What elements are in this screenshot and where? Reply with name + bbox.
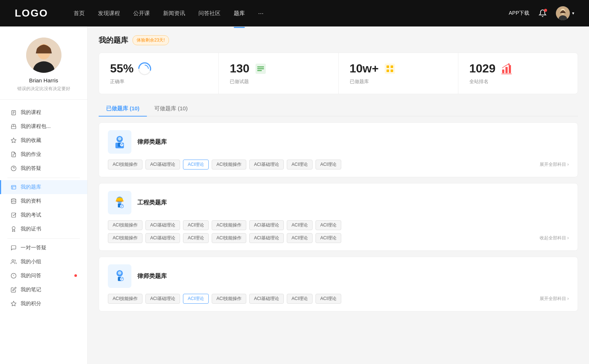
qbank-header-2: 律师类题库 [108, 264, 569, 288]
sidebar-label-qa: 我的答疑 [21, 165, 41, 172]
tag-2-3[interactable]: ACI技能操作 [212, 294, 246, 304]
sidebar-item-package[interactable]: 我的课程包... [0, 119, 87, 133]
page-title: 我的题库 [99, 35, 128, 45]
tag-1-5[interactable]: ACI理论 [287, 220, 313, 230]
tag-1-ex-4[interactable]: ACI基础理论 [249, 233, 284, 243]
tag-2-2[interactable]: ACI理论 [183, 294, 209, 304]
user-avatar-menu[interactable]: ▾ [556, 6, 574, 20]
sidebar-menu: 我的课程 我的课程包... 我的收藏 我的作业 [0, 103, 87, 313]
stat-rank-label: 全站排名 [469, 78, 567, 85]
notification-bell[interactable] [537, 7, 549, 19]
tag-1-4[interactable]: ACI基础理论 [249, 220, 284, 230]
nav-discover[interactable]: 发现课程 [98, 8, 120, 18]
sidebar-item-qa[interactable]: 我的答疑 [0, 161, 87, 175]
sidebar-item-points[interactable]: 我的积分 [0, 297, 87, 311]
sidebar-label-data: 我的资料 [21, 198, 41, 204]
tag-1-ex-3[interactable]: ACI技能操作 [212, 233, 246, 243]
tag-0-0[interactable]: ACI技能操作 [108, 160, 142, 169]
tag-2-4[interactable]: ACI基础理论 [249, 294, 284, 304]
sidebar-label-myqa: 我的问答 [21, 272, 41, 279]
oneone-icon [10, 245, 17, 251]
sidebar-item-cert[interactable]: 我的证书 [0, 222, 87, 236]
sidebar-item-favorites[interactable]: 我的收藏 [0, 133, 87, 147]
tag-0-6[interactable]: ACI理论 [315, 160, 341, 169]
stat-done-questions-label: 已做试题 [230, 78, 327, 85]
sidebar-item-data[interactable]: 我的资料 [0, 194, 87, 208]
sidebar-item-course[interactable]: 我的课程 [0, 106, 87, 119]
svg-point-23 [12, 260, 14, 261]
header: LOGO 首页 发现课程 公开课 新闻资讯 问答社区 题库 ··· APP下载 [0, 0, 589, 26]
tag-1-3[interactable]: ACI技能操作 [212, 220, 246, 230]
sidebar-item-group[interactable]: 我的小组 [0, 255, 87, 269]
tag-2-5[interactable]: ACI理论 [287, 294, 313, 304]
qbank-card-2: 律师类题库 ACI技能操作 ACI基础理论 ACI理论 ACI技能操作 ACI基… [99, 257, 578, 311]
tab-done[interactable]: 已做题库 (10) [99, 101, 147, 116]
stat-rank-value: 1029 [469, 62, 495, 75]
tag-0-1[interactable]: ACI基础理论 [145, 160, 180, 169]
package-icon [10, 123, 17, 130]
sidebar-item-homework[interactable]: 我的作业 [0, 147, 87, 161]
tag-1-1[interactable]: ACI基础理论 [145, 220, 180, 230]
stat-accuracy-value: 55% [110, 62, 134, 75]
app-download-btn[interactable]: APP下载 [509, 10, 529, 17]
sidebar-label-cert: 我的证书 [21, 226, 41, 232]
tag-1-6[interactable]: ACI理论 [315, 220, 341, 230]
sidebar-item-notes[interactable]: 我的笔记 [0, 283, 87, 297]
tag-1-0[interactable]: ACI技能操作 [108, 220, 142, 230]
svg-rect-38 [391, 69, 393, 72]
sidebar-item-exam[interactable]: 我的考试 [0, 208, 87, 222]
sidebar-divider-1 [7, 178, 80, 178]
sidebar-label-points: 我的积分 [21, 300, 41, 307]
tag-1-2[interactable]: ACI理论 [183, 220, 209, 230]
tag-2-1[interactable]: ACI基础理论 [145, 294, 180, 304]
svg-rect-39 [502, 69, 504, 73]
nav-home[interactable]: 首页 [74, 8, 85, 18]
trial-badge: 体验剩余23天! [133, 35, 169, 45]
nav-more[interactable]: ··· [258, 10, 264, 17]
collapse-link-1[interactable]: 收起全部科目 › [540, 235, 569, 241]
expand-link-0[interactable]: 展开全部科目 › [540, 161, 569, 168]
logo[interactable]: LOGO [15, 7, 52, 19]
tag-0-5[interactable]: ACI理论 [287, 160, 313, 169]
qbank-header-1: 工程类题库 [108, 191, 569, 214]
qbank-card-1: 工程类题库 ACI技能操作 ACI基础理论 ACI理论 ACI技能操作 ACI基… [99, 183, 578, 251]
sidebar-label-bank: 我的题库 [21, 184, 41, 190]
stat-done-banks-value: 10w+ [350, 62, 379, 75]
sidebar-item-bank[interactable]: 我的题库 [0, 180, 87, 194]
svg-point-22 [12, 226, 15, 229]
tag-2-6[interactable]: ACI理论 [315, 294, 341, 304]
sidebar-label-homework: 我的作业 [21, 151, 41, 158]
tag-1-ex-0[interactable]: ACI技能操作 [108, 233, 142, 243]
stats-row: 55% 正确率 130 [99, 53, 578, 94]
qbank-tags-1-row2: ACI技能操作 ACI基础理论 ACI理论 ACI技能操作 ACI基础理论 AC… [108, 233, 540, 243]
data-icon [10, 198, 17, 204]
nav-news[interactable]: 新闻资讯 [163, 8, 185, 18]
bank-icon [10, 184, 17, 190]
svg-marker-12 [11, 138, 16, 143]
nav-bank[interactable]: 题库 [234, 8, 245, 18]
stat-accuracy: 55% 正确率 [99, 53, 219, 94]
tag-1-ex-5[interactable]: ACI理论 [287, 233, 313, 243]
stat-done-questions-value: 130 [230, 62, 249, 75]
tag-2-0[interactable]: ACI技能操作 [108, 294, 142, 304]
svg-point-46 [118, 137, 121, 141]
tag-1-ex-6[interactable]: ACI理论 [315, 233, 341, 243]
tag-0-4[interactable]: ACI基础理论 [249, 160, 284, 169]
stat-done-banks-label: 已做题库 [350, 78, 447, 85]
qbank-card-0: 律师类题库 ACI技能操作 ACI基础理论 ACI理论 ACI技能操作 ACI基… [99, 122, 578, 177]
page-layout: Brian Harris 错误的决定比没有决定要好 我的课程 我的课程包... [0, 26, 589, 364]
nav-open-course[interactable]: 公开课 [133, 8, 150, 18]
tab-available[interactable]: 可做题库 (10) [147, 101, 195, 116]
sidebar-item-oneone[interactable]: 一对一答疑 [0, 241, 87, 255]
tag-0-2[interactable]: ACI理论 [183, 160, 209, 169]
nav-qa[interactable]: 问答社区 [198, 8, 221, 18]
qa-icon [10, 272, 17, 279]
lawyer-icon [112, 134, 127, 150]
expand-link-2[interactable]: 展开全部科目 › [540, 296, 569, 302]
tag-1-ex-1[interactable]: ACI基础理论 [145, 233, 180, 243]
qbank-title-2: 律师类题库 [137, 272, 167, 280]
sidebar-item-myqa[interactable]: 我的问答 [0, 269, 87, 283]
course-icon [10, 109, 17, 116]
tag-1-ex-2[interactable]: ACI理论 [183, 233, 209, 243]
tag-0-3[interactable]: ACI技能操作 [212, 160, 246, 169]
